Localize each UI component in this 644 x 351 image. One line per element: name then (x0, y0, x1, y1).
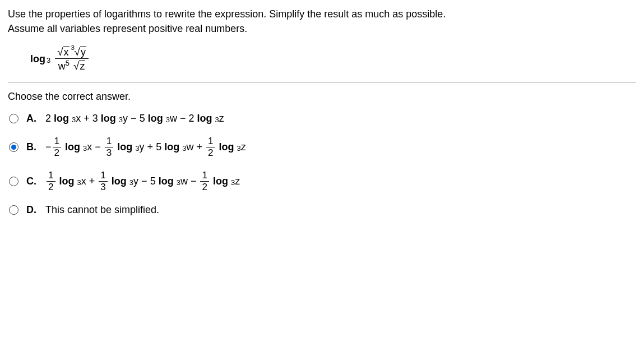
expression: log 3 √x 3 √y w5 √z (30, 46, 636, 72)
radical-icon: √ (75, 46, 80, 58)
choice-a[interactable]: A. 2 log 3x + 3 log 3y − 5 log 3w − 2 lo… (9, 113, 636, 124)
fraction-denominator: w5 √z (55, 58, 89, 72)
choice-letter-b: B. (26, 141, 38, 153)
den-w: w (58, 61, 66, 72)
radical-icon: √ (57, 46, 63, 58)
choice-b-body: − 12 log 3x − 13 log 3y + 5 log 3w + 12 … (45, 136, 246, 159)
radio-d[interactable] (9, 205, 18, 215)
choice-d[interactable]: D. This cannot be simplified. (9, 204, 636, 216)
choice-c[interactable]: C. 12 log 3x + 13 log 3y − 5 log 3w − 12… (9, 170, 636, 193)
instructions-line1: Use the properties of logarithms to rewr… (8, 8, 446, 20)
answer-choices: A. 2 log 3x + 3 log 3y − 5 log 3w − 2 lo… (8, 113, 636, 216)
log-label: log (30, 53, 45, 65)
question-instructions: Use the properties of logarithms to rewr… (8, 7, 636, 36)
radio-b[interactable] (9, 142, 18, 152)
den-w-exp: 5 (66, 59, 70, 67)
choice-d-body: This cannot be simplified. (45, 204, 159, 216)
separator (8, 82, 636, 83)
radio-c[interactable] (9, 177, 18, 186)
choice-letter-a: A. (26, 113, 38, 124)
choice-c-body: 12 log 3x + 13 log 3y − 5 log 3w − 12 lo… (45, 170, 240, 193)
choose-prompt: Choose the correct answer. (8, 91, 636, 103)
den-z: z (79, 61, 85, 71)
num-y: y (80, 47, 86, 57)
choice-letter-c: C. (26, 176, 38, 187)
instructions-line2: Assume all variables represent positive … (8, 23, 247, 34)
fraction-numerator: √x 3 √y (55, 46, 89, 58)
cube-root-index: 3 (71, 44, 75, 51)
log-base: 3 (47, 56, 50, 64)
radical-icon: √ (73, 60, 79, 72)
choice-b[interactable]: B. − 12 log 3x − 13 log 3y + 5 log 3w + … (9, 136, 636, 159)
choice-a-body: 2 log 3x + 3 log 3y − 5 log 3w − 2 log 3… (45, 113, 224, 124)
choice-letter-d: D. (26, 204, 38, 216)
radio-a[interactable] (9, 114, 18, 123)
num-x: x (63, 47, 70, 57)
main-fraction: √x 3 √y w5 √z (55, 46, 89, 72)
